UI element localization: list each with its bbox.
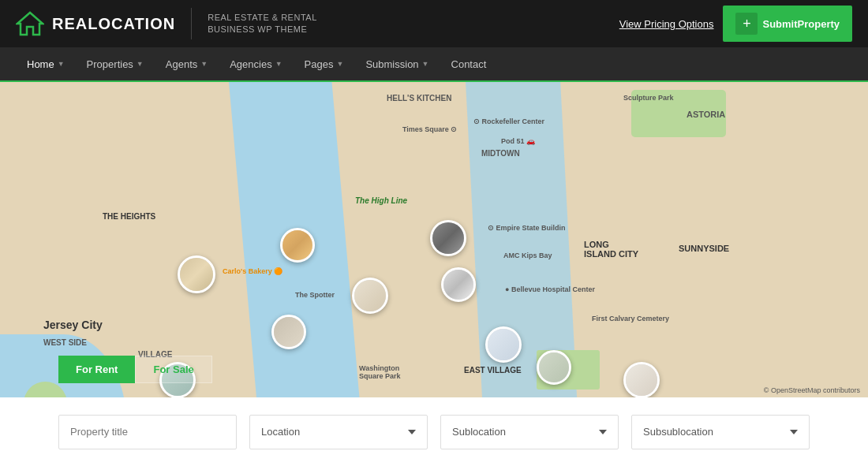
submit-property-button[interactable]: + SubmitProperty — [723, 6, 852, 42]
chevron-down-icon: ▼ — [336, 60, 343, 68]
logo-text: REALOCATION — [52, 15, 175, 33]
property-title-input[interactable] — [58, 415, 237, 449]
subsublocation-select[interactable]: Subsublocation — [631, 415, 810, 449]
nav-item-properties[interactable]: Properties ▼ — [76, 47, 155, 81]
map-label-bellevue: ● Bellevue Hospital Center — [505, 285, 595, 293]
svg-marker-0 — [17, 13, 43, 35]
map-label-carlosbakery: Carlo's Bakery 🟠 — [223, 267, 282, 275]
location-select[interactable]: Location — [249, 415, 428, 449]
map-attribution: © OpenStreetMap contributors — [764, 386, 860, 394]
map-label-empire: ⊙ Empire State Buildin — [488, 224, 566, 232]
map-container: HELL'S KITCHEN MIDTOWN Times Square ⊙ ⊙ … — [0, 82, 868, 397]
map-label-hells-kitchen: HELL'S KITCHEN — [387, 94, 451, 103]
header: REALOCATION REAL ESTATE & RENTAL BUSINES… — [0, 0, 868, 47]
map-label-rockefeller: ⊙ Rockefeller Center — [473, 117, 544, 125]
nav-item-contact[interactable]: Contact — [440, 47, 498, 81]
main-nav: Home ▼ Properties ▼ Agents ▼ Agencies ▼ … — [0, 47, 868, 82]
logo-area: REALOCATION — [16, 9, 175, 38]
header-tagline: REAL ESTATE & RENTAL BUSINESS WP THEME — [208, 12, 317, 36]
for-sale-button[interactable]: For Sale — [135, 356, 211, 383]
chevron-down-icon: ▼ — [137, 60, 144, 68]
chevron-down-icon: ▼ — [58, 60, 65, 68]
nav-item-home[interactable]: Home ▼ — [16, 47, 76, 82]
map-label-jersey: Jersey City — [43, 319, 103, 331]
chevron-down-icon: ▼ — [200, 60, 208, 68]
submit-property-label: SubmitProperty — [762, 18, 840, 30]
map-label-pod51: Pod 51 🚗 — [501, 137, 535, 145]
map-label-west-side: WEST SIDE — [43, 338, 87, 347]
map-pin-9[interactable] — [537, 350, 571, 385]
map-pin-5[interactable] — [352, 278, 388, 314]
map-label-calvary: First Calvary Cemetery — [592, 315, 669, 322]
chevron-down-icon: ▼ — [275, 60, 282, 68]
nav-item-agents[interactable]: Agents ▼ — [155, 47, 219, 81]
map-label-sunnyside: SUNNYSIDE — [679, 244, 729, 253]
map-pin-1[interactable] — [178, 255, 215, 293]
chevron-down-icon: ▼ — [422, 60, 429, 68]
for-rent-button[interactable]: For Rent — [58, 356, 135, 383]
search-bar: Location Sublocation Subsublocation — [0, 397, 868, 466]
map-label-spotter: The Spotter — [295, 291, 335, 299]
map-label-heights: THE HEIGHTS — [103, 212, 155, 221]
map-pin-2[interactable] — [280, 228, 315, 263]
map-label-sculpture: Sculpture Park — [623, 94, 674, 102]
map-pin-8[interactable] — [485, 326, 522, 363]
map-label-amc: AMC Kips Bay — [503, 252, 552, 259]
header-divider — [191, 8, 192, 39]
header-right: View Pricing Options + SubmitProperty — [619, 6, 852, 42]
map-pin-6[interactable] — [271, 315, 306, 349]
logo-icon — [16, 9, 44, 38]
map-label-washsq: WashingtonSquare Park — [359, 364, 401, 380]
map-label-east-village: EAST VILLAGE — [464, 366, 522, 375]
nav-item-agencies[interactable]: Agencies ▼ — [219, 47, 293, 81]
nav-item-pages[interactable]: Pages ▼ — [294, 47, 355, 81]
map-label-long-island: LONGISLAND CITY — [584, 240, 638, 259]
filter-toggle: For Rent For Sale — [58, 356, 212, 383]
map-label-high-line: The High Line — [355, 196, 407, 205]
map-label-times-sq: Times Square ⊙ — [402, 125, 457, 133]
sublocation-select[interactable]: Sublocation — [440, 415, 619, 449]
view-pricing-button[interactable]: View Pricing Options — [619, 18, 714, 30]
map-pin-3[interactable] — [430, 220, 466, 256]
map-label-astoria: ASTORIA — [687, 110, 725, 119]
map-label-midtown: MIDTOWN — [481, 149, 520, 158]
nav-item-submission[interactable]: Submission ▼ — [354, 47, 440, 81]
map-pin-10[interactable] — [623, 362, 660, 397]
map-pin-4[interactable] — [441, 267, 476, 302]
plus-icon: + — [735, 13, 758, 35]
